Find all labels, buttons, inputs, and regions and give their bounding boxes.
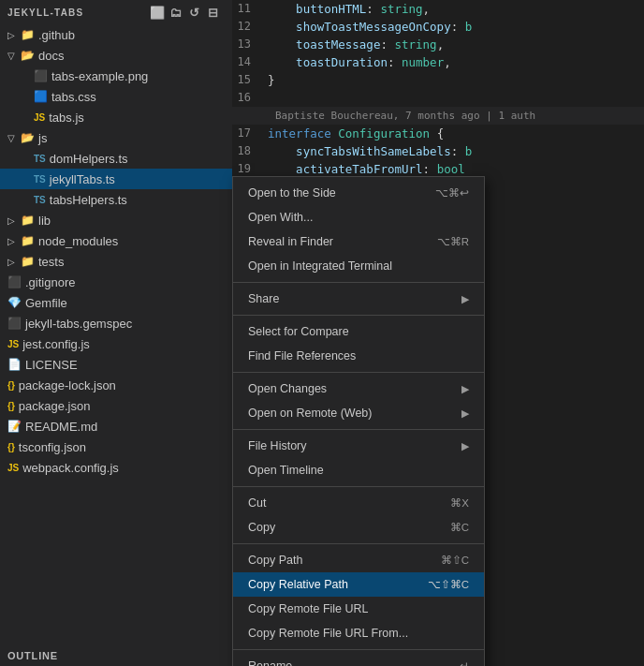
menu-shortcut: ↵ [460,659,469,666]
menu-item-label: Cut [248,496,266,510]
menu-open-side[interactable]: Open to the Side ⌥⌘↩ [233,181,484,205]
menu-item-label: Reveal in Finder [248,235,333,248]
tree-item-node-modules[interactable]: ▷ 📁 node_modules [0,230,232,251]
editor-line: 15 } [232,71,644,89]
editor-line: 17 interface Configuration { [232,125,644,142]
tree-item-package-lock[interactable]: {} package-lock.json [0,375,232,395]
tree-item-tsconfig[interactable]: {} tsconfig.json [0,437,232,457]
tree-label: jekyll-tabs.gemspec [25,317,132,331]
menu-share[interactable]: Share ▶ [233,287,484,311]
sidebar: JEKYLL-TABS ⬜ 🗂 ↺ ⊟ ▷ 📁 .github ▽ 📂 docs… [0,0,232,666]
tree-item-gemfile[interactable]: 💎 Gemfile [0,292,232,313]
submenu-arrow: ▶ [461,407,469,420]
menu-open-with[interactable]: Open With... [233,205,484,229]
tree-label: js [38,131,47,145]
menu-shortcut: ⌥⌘↩ [435,186,469,200]
sidebar-header: JEKYLL-TABS ⬜ 🗂 ↺ ⊟ [0,0,232,24]
tree-item-package-json[interactable]: {} package.json [0,395,232,416]
tree-item-readme[interactable]: 📝 README.md [0,416,232,437]
submenu-arrow: ▶ [461,440,469,452]
tree-item-tabshelpers[interactable]: TS tabsHelpers.ts [0,189,232,210]
tree-item-jekylltabs[interactable]: TS jekyllTabs.ts [0,169,232,189]
menu-item-label: Select for Compare [248,325,349,338]
menu-open-remote-web[interactable]: Open on Remote (Web) ▶ [233,401,484,425]
menu-shortcut: ⌘⇧C [441,554,469,567]
menu-item-label: Open Timeline [248,464,324,477]
file-icon: TS [34,195,46,205]
tree-label: tabs-example.png [51,69,148,83]
editor-line: 13 toastMessage: string, [232,36,644,53]
tree-item-domhelpers[interactable]: TS domHelpers.ts [0,148,232,169]
tree-label: tsconfig.json [19,440,86,454]
file-icon: ⬛ [34,69,48,82]
menu-open-changes[interactable]: Open Changes ▶ [233,377,484,401]
tree-item-gemspec[interactable]: ⬛ jekyll-tabs.gemspec [0,313,232,333]
tree-item-lib[interactable]: ▷ 📁 lib [0,210,232,230]
menu-item-label: Copy Remote File URL [248,602,369,615]
menu-item-label: Find File References [248,349,356,363]
menu-copy-remote-url-from[interactable]: Copy Remote File URL From... [233,621,484,645]
tree-arrow: ▷ [7,215,21,226]
menu-sep-4 [233,429,484,430]
menu-open-timeline[interactable]: Open Timeline [233,458,484,482]
folder-icon: 📁 [21,28,35,41]
menu-copy[interactable]: Copy ⌘C [233,515,484,540]
submenu-arrow: ▶ [461,383,469,395]
menu-sep-2 [233,315,484,316]
tree-item-tests[interactable]: ▷ 📁 tests [0,251,232,272]
tree-item-tabs-png[interactable]: ⬛ tabs-example.png [0,66,232,86]
tree-item-gitignore[interactable]: ⬛ .gitignore [0,272,232,292]
new-file-icon[interactable]: ⬜ [150,5,165,20]
context-menu: Open to the Side ⌥⌘↩ Open With... Reveal… [232,176,485,666]
tree-label: tabsHelpers.ts [50,193,127,207]
tree-label: docs [38,49,64,63]
menu-item-label: Copy [248,521,275,534]
menu-item-label: Open to the Side [248,186,336,200]
file-icon: JS [7,339,19,349]
menu-copy-remote-url[interactable]: Copy Remote File URL [233,597,484,621]
menu-rename[interactable]: Rename... ↵ [233,654,484,666]
folder-icon: 📁 [21,234,35,247]
collapse-icon[interactable]: ⊟ [206,5,221,20]
tree-item-tabs-js[interactable]: JS tabs.js [0,107,232,127]
file-icon: ⬛ [7,317,22,330]
menu-cut[interactable]: Cut ⌘X [233,491,484,515]
submenu-arrow: ▶ [461,293,469,305]
menu-copy-path[interactable]: Copy Path ⌘⇧C [233,548,484,572]
tree-item-docs[interactable]: ▽ 📂 docs [0,45,232,66]
menu-shortcut: ⌘C [450,521,469,534]
tree-item-jest-config[interactable]: JS jest.config.js [0,333,232,354]
file-icon: 💎 [7,296,22,309]
tree-arrow: ▽ [7,133,21,143]
refresh-icon[interactable]: ↺ [187,5,202,20]
tree-label: LICENSE [25,358,78,372]
tree-item-license[interactable]: 📄 LICENSE [0,354,232,375]
tree-arrow: ▽ [7,51,21,61]
tree-item-github[interactable]: ▷ 📁 .github [0,24,232,45]
menu-item-label: Open in Integrated Terminal [248,259,392,273]
folder-icon: 📂 [21,131,35,144]
editor-line: 18 syncTabsWithSameLabels: b [232,142,644,160]
menu-select-compare[interactable]: Select for Compare [233,319,484,344]
menu-copy-relative-path[interactable]: Copy Relative Path ⌥⇧⌘C [233,572,484,597]
menu-shortcut: ⌘X [450,496,469,510]
tree-item-webpack[interactable]: JS webpack.config.js [0,457,232,478]
menu-find-references[interactable]: Find File References [233,344,484,368]
tree-label: node_modules [38,234,118,248]
editor-line: 16 [232,89,644,107]
menu-file-history[interactable]: File History ▶ [233,434,484,458]
editor-line: 12 showToastMessageOnCopy: b [232,18,644,36]
menu-item-label: Copy Relative Path [248,578,348,591]
menu-reveal-finder[interactable]: Reveal in Finder ⌥⌘R [233,229,484,254]
menu-item-label: Open Changes [248,382,327,395]
outline-label: OUTLINE [7,650,58,661]
outline-bar[interactable]: OUTLINE [0,645,232,666]
tree-item-js[interactable]: ▽ 📂 js [0,127,232,148]
tree-label: webpack.config.js [22,461,119,475]
tree-item-tabs-css[interactable]: 🟦 tabs.css [0,86,232,107]
sidebar-header-icons: ⬜ 🗂 ↺ ⊟ [150,5,221,20]
file-icon: 🟦 [34,90,48,103]
menu-item-label: Copy Remote File URL From... [248,627,408,640]
new-folder-icon[interactable]: 🗂 [168,5,183,20]
menu-open-terminal[interactable]: Open in Integrated Terminal [233,254,484,278]
